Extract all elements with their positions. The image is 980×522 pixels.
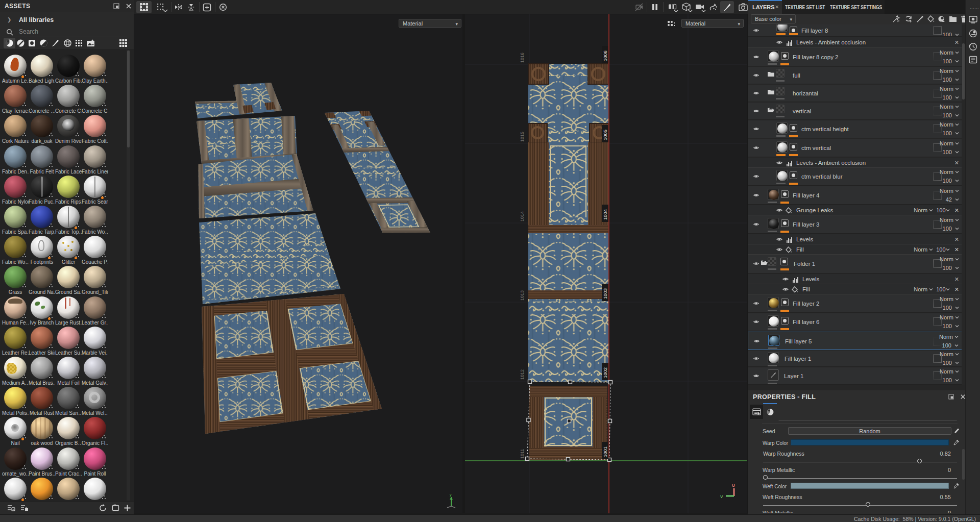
svg-text:y: y (450, 493, 452, 497)
svg-text:1004: 1004 (602, 209, 608, 220)
svg-text:1014: 1014 (520, 211, 525, 221)
svg-text:1006: 1006 (602, 51, 608, 61)
svg-text:1015: 1015 (520, 132, 525, 142)
svg-text:1005: 1005 (602, 130, 608, 140)
svg-text:1016: 1016 (520, 53, 525, 63)
svg-text:1013: 1013 (520, 290, 525, 301)
svg-text:1011: 1011 (520, 449, 525, 459)
svg-text:V: V (720, 494, 723, 499)
svg-text:1003: 1003 (602, 288, 608, 299)
svg-text:1012: 1012 (520, 369, 525, 380)
svg-text:1001: 1001 (602, 446, 608, 457)
svg-text:1002: 1002 (602, 367, 608, 378)
svg-text:U: U (732, 483, 735, 488)
